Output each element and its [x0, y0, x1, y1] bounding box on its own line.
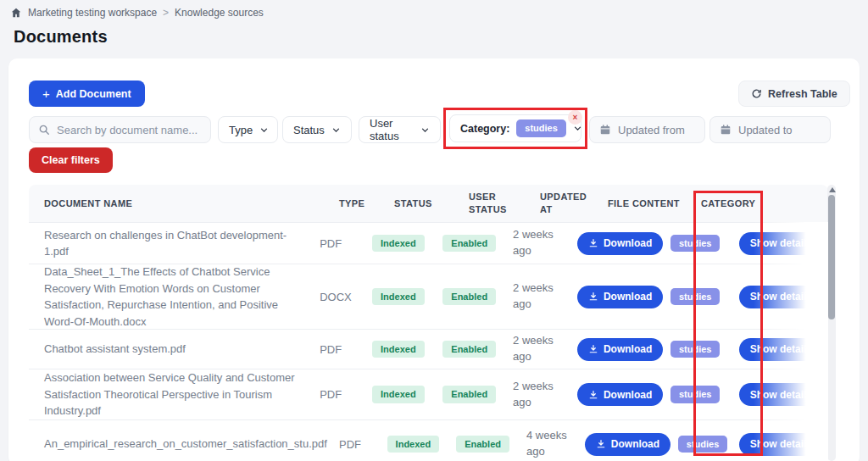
user-status-badge: Enabled — [442, 288, 496, 306]
document-type: PDF — [339, 438, 361, 451]
updated-at: 4 weeks ago — [526, 428, 568, 460]
updated-from-field[interactable]: Updated from — [589, 116, 705, 143]
download-button[interactable]: Download — [577, 338, 663, 361]
download-button[interactable]: Download — [577, 286, 663, 308]
add-document-label: Add Document — [56, 88, 131, 100]
user-status-filter-dropdown[interactable]: User status — [359, 116, 441, 143]
download-button[interactable]: Download — [577, 383, 663, 406]
document-type: PDF — [320, 388, 342, 401]
document-name: An_empirical_research_on_customer_satisf… — [44, 436, 327, 453]
document-name: Data_Sheet_1_The Effects of Chatbot Serv… — [44, 264, 303, 330]
clear-filters-label: Clear filters — [42, 154, 100, 166]
status-badge: Indexed — [372, 288, 425, 306]
updated-to-field[interactable]: Updated to — [709, 116, 831, 143]
document-type: DOCX — [320, 291, 352, 303]
document-type: PDF — [320, 237, 342, 250]
status-filter-label: Status — [293, 124, 325, 136]
breadcrumb-separator: > — [163, 7, 169, 19]
documents-table: DOCUMENT NAME TYPE STATUS USER STATUS UP… — [29, 185, 828, 461]
show-details-label: Show details — [750, 438, 812, 450]
user-status-badge: Enabled — [442, 341, 496, 358]
calendar-icon — [599, 124, 611, 136]
chevron-down-icon — [331, 125, 341, 135]
show-details-label: Show details — [750, 343, 812, 355]
category-chip: studies — [670, 288, 721, 305]
show-details-label: Show details — [750, 389, 812, 401]
add-document-button[interactable]: + Add Document — [29, 81, 145, 107]
download-label: Download — [611, 438, 659, 450]
show-details-label: Show details — [750, 237, 812, 249]
download-label: Download — [604, 389, 652, 401]
category-filter-value-chip: studies — [516, 119, 566, 136]
type-filter-dropdown[interactable]: Type — [218, 116, 278, 143]
show-details-button[interactable]: Show details — [739, 286, 823, 308]
refresh-table-label: Refresh Table — [768, 88, 837, 100]
refresh-table-button[interactable]: Refresh Table — [738, 81, 850, 107]
download-label: Download — [604, 343, 652, 355]
show-details-label: Show details — [750, 291, 812, 303]
search-box — [29, 116, 211, 143]
search-icon — [38, 124, 50, 136]
chevron-down-icon — [573, 124, 582, 133]
header-status: STATUS — [382, 197, 457, 210]
plus-icon: + — [42, 86, 50, 101]
status-badge: Indexed — [372, 235, 425, 253]
header-document-name: DOCUMENT NAME — [29, 197, 327, 210]
category-chip: studies — [670, 386, 721, 403]
show-details-button[interactable]: Show details — [739, 338, 823, 361]
category-chip: studies — [670, 235, 721, 252]
scrollbar-up-arrow-icon[interactable] — [829, 187, 836, 192]
table-row: Research on challenges in ChatBot develo… — [29, 223, 828, 264]
header-type: TYPE — [327, 197, 382, 210]
chevron-down-icon — [420, 125, 430, 135]
breadcrumb-item-workspace[interactable]: Marketing testing workspace — [28, 7, 157, 19]
status-filter-dropdown[interactable]: Status — [282, 116, 352, 143]
clear-filters-button[interactable]: Clear filters — [29, 147, 113, 173]
download-label: Download — [604, 237, 652, 249]
header-file-content: FILE CONTENT — [596, 197, 689, 210]
refresh-icon — [751, 88, 762, 99]
category-chip: studies — [670, 341, 721, 358]
user-status-badge: Enabled — [442, 386, 496, 403]
search-input[interactable] — [57, 124, 202, 136]
page-title: Documents — [14, 27, 108, 47]
user-status-badge: Enabled — [456, 436, 509, 453]
show-details-button[interactable]: Show details — [739, 232, 823, 255]
updated-from-placeholder: Updated from — [618, 124, 685, 136]
table-body: Research on challenges in ChatBot develo… — [29, 222, 828, 461]
download-button[interactable]: Download — [585, 433, 670, 456]
show-details-button[interactable]: Show details — [739, 383, 823, 406]
header-updated-at: UPDATED AT — [528, 191, 596, 216]
document-type: PDF — [320, 343, 342, 356]
header-user-status: USER STATUS — [457, 191, 528, 216]
download-button[interactable]: Download — [577, 232, 663, 255]
document-name: Chatbot assistant system.pdf — [44, 341, 186, 358]
category-filter-label: Category: — [460, 123, 509, 135]
download-label: Download — [604, 291, 652, 303]
category-chip: studies — [678, 436, 728, 453]
breadcrumb-item-knowledge-sources[interactable]: Knowledge sources — [175, 7, 264, 19]
download-icon — [588, 344, 598, 354]
updated-to-placeholder: Updated to — [738, 124, 793, 136]
updated-at: 2 weeks ago — [513, 227, 560, 259]
table-row: An_empirical_research_on_customer_satisf… — [29, 419, 828, 461]
updated-at: 2 weeks ago — [513, 280, 560, 313]
status-badge: Indexed — [372, 386, 425, 403]
user-status-badge: Enabled — [442, 235, 496, 253]
home-icon[interactable] — [10, 7, 22, 19]
document-name: Research on challenges in ChatBot develo… — [44, 227, 303, 260]
updated-at: 2 weeks ago — [513, 333, 560, 365]
download-icon — [588, 390, 598, 400]
calendar-icon — [720, 124, 732, 136]
table-row: Association between Service Quality and … — [29, 369, 828, 419]
category-filter-dropdown[interactable]: Category: studies — [449, 114, 581, 142]
type-filter-label: Type — [229, 124, 253, 136]
document-name: Association between Service Quality and … — [44, 369, 303, 419]
header-category: CATEGORY — [689, 197, 771, 210]
chevron-down-icon — [259, 125, 269, 135]
vertical-scrollbar-thumb[interactable] — [828, 195, 835, 319]
status-badge: Indexed — [387, 436, 440, 453]
download-icon — [596, 439, 606, 449]
remove-category-filter-icon[interactable]: × — [568, 110, 582, 125]
show-details-button[interactable]: Show details — [739, 433, 823, 456]
